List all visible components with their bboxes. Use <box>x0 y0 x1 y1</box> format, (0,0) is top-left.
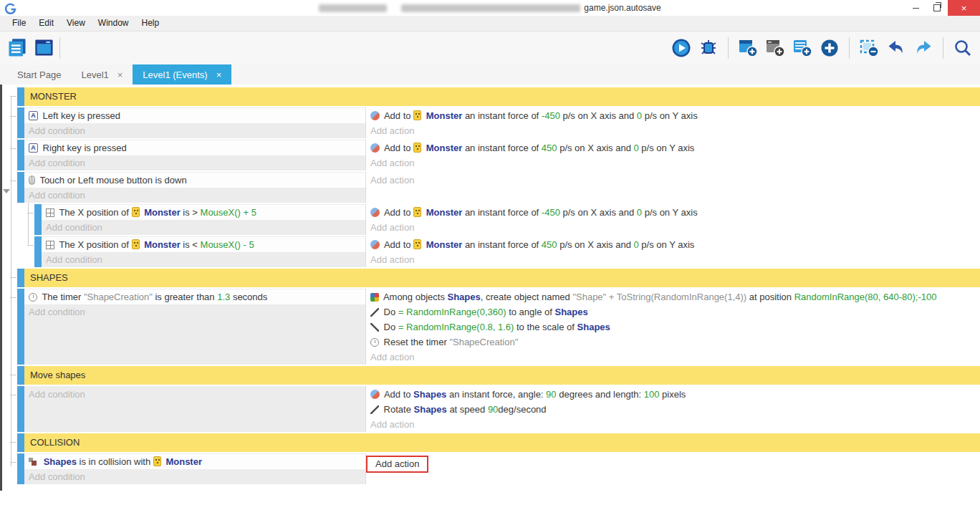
add-condition-button[interactable]: Add condition <box>24 188 365 203</box>
search-icon[interactable] <box>951 37 974 59</box>
force-icon <box>370 390 380 399</box>
add-action-button[interactable]: Add action <box>366 155 980 170</box>
action-row[interactable]: Do = RandomInRange(0,360) to angle of Sh… <box>366 304 980 319</box>
undo-icon[interactable] <box>885 37 908 59</box>
actions-column: Add to Monster an instant force of 450 p… <box>365 140 980 170</box>
add-condition-button[interactable]: Add condition <box>24 387 365 402</box>
tab-level1-events[interactable]: Level1 (Events)× <box>133 64 231 85</box>
event-row: Touch or Left mouse button is downAdd co… <box>17 172 980 203</box>
tab-close-icon[interactable]: × <box>216 70 222 80</box>
position-icon <box>46 208 54 217</box>
add-condition-button[interactable]: Add condition <box>42 220 365 235</box>
condition-row[interactable]: Shapes is in collision with Monster <box>24 454 365 469</box>
event-row: The timer "ShapeCreation" is greater tha… <box>17 289 980 365</box>
project-manager-icon[interactable] <box>6 37 29 59</box>
add-action-button[interactable]: Add action <box>366 220 980 235</box>
event-color-bar <box>17 87 24 106</box>
condition-row[interactable]: The timer "ShapeCreation" is greater tha… <box>24 289 365 304</box>
tab-close-icon[interactable]: × <box>117 70 123 80</box>
comment-text: SHAPES <box>24 269 980 287</box>
minimize-button[interactable] <box>905 0 926 16</box>
event-color-bar <box>34 204 42 235</box>
tab-start-page[interactable]: Start Page <box>7 64 71 85</box>
event-row: Right key is pressedAdd condition Add to… <box>17 140 980 170</box>
title-bar: game.json.autosave × <box>0 0 980 16</box>
redo-icon[interactable] <box>912 37 935 59</box>
menu-item-view[interactable]: View <box>60 16 92 31</box>
monster-icon <box>413 207 421 217</box>
add-action-button[interactable]: Add action <box>366 417 980 432</box>
tab-label: Level1 (Events) <box>143 69 207 80</box>
toolbar-separator <box>59 37 60 59</box>
conditions-column: Add condition <box>24 386 365 432</box>
mouse-icon <box>29 175 35 185</box>
event-color-bar <box>17 107 24 138</box>
action-row[interactable]: Add to Shapes an instant force, angle: 9… <box>366 387 980 402</box>
comment-text: COLLISION <box>24 433 980 452</box>
add-action-button[interactable]: Add action <box>366 252 980 267</box>
add-subevent-icon[interactable] <box>764 37 787 59</box>
conditions-column: The X position of Monster is > MouseX() … <box>42 204 365 235</box>
menu-item-file[interactable]: File <box>6 16 32 31</box>
add-action-button[interactable]: Add action <box>366 173 980 188</box>
action-row[interactable]: Add to Monster an instant force of -450 … <box>366 205 980 220</box>
comment-row[interactable]: SHAPES <box>17 269 980 287</box>
action-row[interactable]: Among objects Shapes, create object name… <box>366 289 980 304</box>
condition-row[interactable]: Touch or Left mouse button is down <box>24 173 365 188</box>
condition-row[interactable]: Right key is pressed <box>24 140 365 155</box>
add-action-button[interactable]: Add action <box>366 350 980 365</box>
action-row[interactable]: Reset the timer "ShapeCreation" <box>366 335 980 350</box>
add-condition-button[interactable]: Add condition <box>24 123 365 138</box>
comment-text: MONSTER <box>24 87 980 106</box>
minimize-icon <box>913 8 919 9</box>
add-event-icon[interactable] <box>736 37 759 59</box>
monster-icon <box>132 207 140 217</box>
action-row[interactable]: Rotate Shapes at speed 90deg/second <box>366 402 980 417</box>
event-color-bar <box>17 453 24 484</box>
condition-row[interactable]: Left key is pressed <box>24 108 365 123</box>
close-button[interactable]: × <box>948 0 980 16</box>
delete-selection-icon[interactable] <box>858 37 880 59</box>
add-condition-button[interactable]: Add condition <box>24 304 365 319</box>
monster-icon <box>413 110 421 120</box>
event-color-bar <box>17 386 24 432</box>
conditions-column: Left key is pressedAdd condition <box>24 107 365 138</box>
angle-icon <box>370 308 379 317</box>
add-condition-button[interactable]: Add condition <box>42 252 365 267</box>
condition-row[interactable]: The X position of Monster is > MouseX() … <box>42 205 365 220</box>
comment-text: Move shapes <box>24 366 980 385</box>
tab-level1[interactable]: Level1× <box>71 64 133 85</box>
add-condition-button[interactable]: Add condition <box>24 469 365 484</box>
add-action-button[interactable]: Add action <box>366 123 980 138</box>
toolbar-separator <box>943 37 943 59</box>
action-row[interactable]: Add to Monster an instant force of 450 p… <box>366 237 980 252</box>
add-condition-button[interactable]: Add condition <box>24 155 365 170</box>
menu-item-window[interactable]: Window <box>92 16 135 31</box>
comment-row[interactable]: MONSTER <box>17 87 980 106</box>
event-row: The X position of Monster is < MouseX() … <box>34 236 980 267</box>
debug-icon[interactable] <box>697 37 720 59</box>
scene-window-icon[interactable] <box>33 37 56 59</box>
preview-icon[interactable] <box>670 37 693 59</box>
position-icon <box>46 241 54 249</box>
add-action-button-highlighted[interactable]: Add action <box>366 456 428 473</box>
event-color-bar <box>17 140 24 170</box>
menu-item-help[interactable]: Help <box>135 16 166 31</box>
action-row[interactable]: Add to Monster an instant force of -450 … <box>366 108 980 123</box>
action-row[interactable]: Add to Monster an instant force of 450 p… <box>366 140 980 155</box>
toolbar-right <box>670 37 974 59</box>
collision-icon <box>29 458 39 466</box>
add-circle-icon[interactable] <box>818 37 841 59</box>
add-comment-icon[interactable] <box>791 37 814 59</box>
actions-column: Add action <box>365 172 980 203</box>
monster-icon <box>153 456 161 466</box>
action-row[interactable]: Do = RandomInRange(0.8, 1.6) to the scal… <box>366 319 980 335</box>
restore-button[interactable] <box>926 0 948 16</box>
comment-row[interactable]: Move shapes <box>17 366 980 385</box>
monster-icon <box>132 239 140 249</box>
angle-icon <box>370 405 379 414</box>
condition-row[interactable]: The X position of Monster is < MouseX() … <box>42 237 365 252</box>
menu-item-edit[interactable]: Edit <box>32 16 60 31</box>
comment-row[interactable]: COLLISION <box>17 433 980 452</box>
collapse-arrow-icon[interactable] <box>3 189 10 193</box>
